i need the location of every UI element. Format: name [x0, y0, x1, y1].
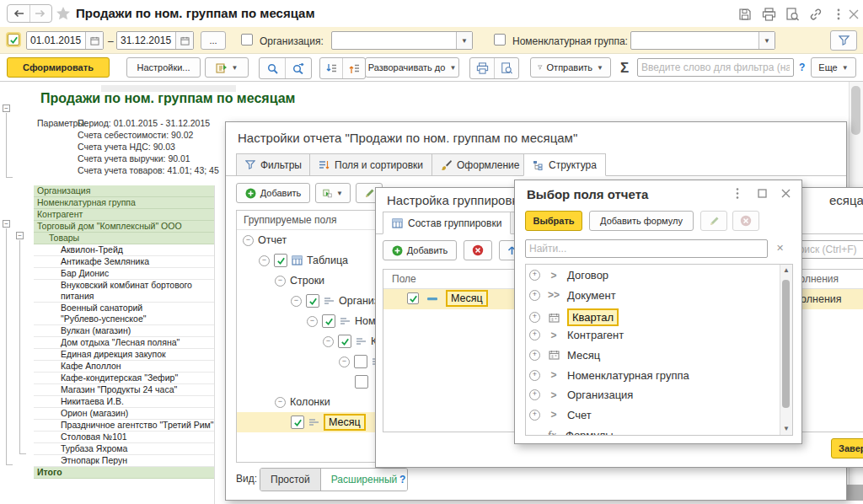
expand-icon[interactable]: +	[529, 389, 540, 400]
collapse-group-icon[interactable]: −	[3, 105, 10, 112]
group-row[interactable]: Номенклатурная группа	[34, 197, 214, 209]
table-row[interactable]: Никитаева И.В.	[34, 396, 214, 408]
report-variants-button[interactable]: ▼	[205, 57, 249, 78]
expand-icon[interactable]: +	[529, 410, 540, 421]
sum-sigma-icon[interactable]: Σ	[620, 60, 629, 77]
tab-fields-sorting[interactable]: Поля и сортировки	[309, 153, 432, 176]
vertical-scrollbar-thumb[interactable]	[851, 86, 860, 135]
field-item[interactable]: +>Контрагент	[529, 329, 624, 341]
table-row[interactable]: Военный санаторий "Рублево-успенское"	[34, 303, 214, 325]
checkbox[interactable]	[354, 355, 367, 368]
collapse-icon[interactable]: −	[291, 296, 302, 307]
field-search-input[interactable]	[525, 239, 768, 258]
favorite-star-icon[interactable]	[56, 6, 71, 21]
row-checkbox[interactable]	[407, 292, 419, 304]
tree-node[interactable]	[355, 372, 373, 392]
expand-icon[interactable]: +	[529, 330, 540, 340]
generate-button[interactable]: Сформировать	[7, 57, 110, 78]
collapse-icon[interactable]: −	[243, 235, 254, 246]
tree-node[interactable]: −Колонки	[275, 392, 330, 412]
table-row[interactable]: Магазин "Продукты 24 часа"	[34, 384, 214, 396]
edit-button[interactable]	[700, 211, 727, 231]
checkbox[interactable]	[306, 294, 319, 308]
find-icon[interactable]	[260, 58, 285, 78]
tab-appearance[interactable]: Оформление	[432, 153, 528, 176]
table-row[interactable]: Дом отдыха "Лесная поляна"	[34, 337, 214, 349]
delete-button[interactable]	[732, 211, 759, 231]
more-menu-icon[interactable]	[831, 7, 846, 22]
collapse-icon[interactable]: −	[275, 397, 286, 408]
more-button[interactable]: Еще▼	[811, 57, 856, 78]
field-item[interactable]: +>Договор	[529, 269, 608, 281]
list-scrollbar[interactable]: ▲ ▼	[780, 265, 792, 435]
date-to-input[interactable]	[117, 32, 175, 49]
collapse-icon[interactable]: −	[275, 276, 286, 287]
table-row[interactable]: Кафе-кондитерская "Зефир"	[34, 373, 214, 384]
table-row[interactable]: Этнопарк Перун	[34, 455, 214, 467]
field-item[interactable]: +>Номенклатурная группа	[529, 369, 689, 382]
expand-icon[interactable]: +	[529, 350, 540, 361]
expand-icon[interactable]: +	[529, 370, 540, 381]
expand-icon[interactable]: +	[529, 290, 540, 301]
collapse-group-icon[interactable]: −	[16, 232, 24, 239]
field-item[interactable]: +Квартал	[529, 308, 619, 326]
print-icon[interactable]	[761, 7, 776, 22]
group-row[interactable]: Товары	[34, 233, 214, 244]
quick-filter-input[interactable]	[637, 58, 794, 77]
table-row[interactable]: Аквилон-Трейд	[34, 244, 214, 256]
expand-icon[interactable]: +	[529, 270, 540, 281]
collapse-rows-icon[interactable]	[320, 58, 342, 78]
field-item[interactable]: fxФормулы	[529, 429, 614, 435]
maximize-icon[interactable]	[758, 189, 767, 198]
scroll-up-icon[interactable]: ▲	[780, 265, 792, 276]
group-row[interactable]: Торговый дом "Комплексный" ООО	[34, 221, 214, 233]
table-row[interactable]: Антикафе Земляника	[34, 256, 214, 268]
collapse-group-icon[interactable]: −	[3, 220, 10, 228]
table-row[interactable]: Бар Дионис	[34, 268, 214, 280]
tree-node[interactable]: −Строки	[275, 271, 324, 291]
field-item[interactable]: +>Счет	[529, 409, 592, 421]
find-next-icon[interactable]	[285, 58, 311, 78]
field-item[interactable]: +>>Документ	[529, 289, 616, 302]
nomenclature-checkbox[interactable]	[494, 34, 506, 46]
settings-button[interactable]: Настройки...	[126, 57, 201, 78]
expand-rows-icon[interactable]	[342, 58, 365, 78]
help-link[interactable]: ?	[799, 62, 805, 73]
organization-value[interactable]	[332, 32, 456, 49]
back-button[interactable]	[8, 5, 29, 22]
view-simple-button[interactable]: Простой	[260, 469, 321, 491]
checkbox[interactable]	[355, 375, 368, 389]
table-row[interactable]: Единая дирекция закупок	[34, 349, 214, 361]
chevron-down-icon[interactable]: ▼	[758, 32, 775, 49]
add-grouping-button[interactable]: Добавить	[236, 183, 310, 203]
group-row[interactable]: Контрагент	[34, 209, 214, 221]
checkbox[interactable]	[322, 314, 335, 328]
period-options-button[interactable]: ...	[201, 31, 226, 50]
help-link[interactable]: ?	[399, 474, 405, 485]
table-row[interactable]: Вулкан (магазин)	[34, 325, 214, 337]
table-row[interactable]: Внуковский комбинат бортового питания	[34, 280, 214, 303]
close-icon[interactable]	[846, 7, 861, 22]
period-checkbox[interactable]	[8, 34, 19, 46]
expand-to-button[interactable]: Разворачивать до▼	[365, 57, 459, 78]
date-from-input[interactable]	[27, 32, 85, 49]
group-row[interactable]: Организация	[34, 185, 214, 197]
forward-button[interactable]	[29, 5, 52, 22]
add-field-button[interactable]: Добавить	[383, 240, 457, 260]
close-icon[interactable]	[781, 189, 791, 198]
checkbox[interactable]	[274, 254, 287, 267]
filter-settings-button[interactable]	[830, 30, 857, 51]
table-row[interactable]: Кафе Аполлон	[34, 361, 214, 373]
tab-filters[interactable]: Фильтры	[236, 153, 311, 176]
collapse-icon[interactable]: −	[323, 336, 334, 347]
calendar-icon[interactable]	[175, 32, 193, 49]
list-scrollbar-thumb[interactable]	[782, 280, 790, 408]
field-item[interactable]: +>Организация	[529, 389, 633, 401]
calendar-icon[interactable]	[85, 32, 103, 49]
link-icon[interactable]	[808, 7, 823, 22]
tree-node[interactable]: −Отчет	[243, 230, 287, 250]
selected-field-value[interactable]: Месяц	[446, 290, 488, 307]
save-icon[interactable]	[737, 7, 753, 22]
print-icon[interactable]	[470, 58, 494, 78]
collapse-icon[interactable]: −	[259, 255, 270, 266]
